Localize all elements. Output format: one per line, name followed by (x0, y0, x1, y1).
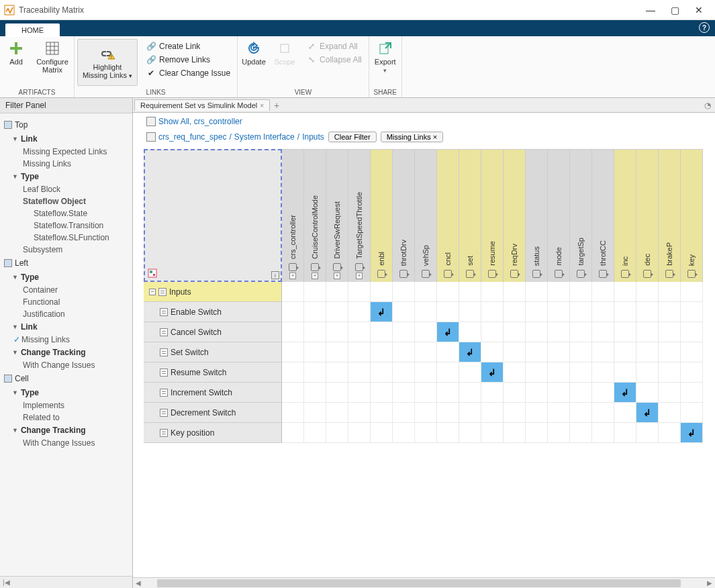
matrix-cell[interactable] (282, 322, 304, 342)
matrix-cell[interactable] (636, 302, 659, 322)
filter-left-change-header[interactable]: Change Tracking (3, 346, 130, 359)
breadcrumb-link[interactable]: Inputs (302, 132, 324, 142)
filter-item[interactable]: Stateflow.SLFunction (3, 232, 130, 244)
add-button[interactable]: Add (3, 39, 30, 67)
filter-top-link-header[interactable]: Link (3, 132, 130, 146)
matrix-cell[interactable] (681, 342, 703, 362)
filter-item[interactable]: Implements (3, 399, 130, 411)
matrix-cell[interactable] (659, 342, 681, 362)
filter-item-checked[interactable]: Missing Links (3, 334, 130, 346)
filter-item[interactable]: With Change Issues (3, 437, 130, 449)
matrix-cell[interactable] (570, 342, 592, 362)
matrix-cell[interactable] (570, 282, 592, 302)
row-header[interactable]: Resume Switch (144, 362, 282, 383)
matrix-cell[interactable] (304, 362, 326, 383)
matrix-cell[interactable] (326, 342, 348, 362)
matrix-cell[interactable] (659, 362, 681, 383)
matrix-cell[interactable] (437, 362, 459, 383)
matrix-cell-linked[interactable]: ↲ (437, 322, 459, 342)
matrix-cell[interactable] (393, 282, 415, 302)
matrix-cell[interactable] (526, 362, 548, 383)
matrix-cell[interactable] (437, 383, 459, 403)
row-header[interactable]: Set Switch (144, 342, 282, 362)
matrix-cell[interactable] (393, 322, 415, 342)
matrix-cell[interactable] (592, 322, 614, 342)
filter-item[interactable]: With Change Issues (3, 359, 130, 371)
matrix-cell[interactable] (282, 282, 304, 302)
matrix-cell[interactable] (326, 383, 348, 403)
matrix-cell[interactable] (437, 403, 459, 423)
matrix-cell[interactable] (282, 342, 304, 362)
filter-left-link-header[interactable]: Link (3, 320, 130, 334)
matrix-cell[interactable] (371, 362, 393, 383)
column-header[interactable]: throtDrv (393, 149, 415, 282)
update-button[interactable]: Update (240, 39, 267, 67)
matrix-cell[interactable] (481, 403, 504, 423)
matrix-cell[interactable] (659, 423, 681, 443)
matrix-cell[interactable] (614, 362, 636, 383)
matrix-cell[interactable] (636, 423, 659, 443)
matrix-cell[interactable] (614, 403, 636, 423)
matrix-cell[interactable] (526, 342, 548, 362)
column-header[interactable]: resume (481, 149, 504, 282)
matrix-cell[interactable] (459, 362, 481, 383)
matrix-cell[interactable] (326, 362, 348, 383)
filter-cell-type-header[interactable]: Type (3, 386, 130, 399)
matrix-cell[interactable] (348, 383, 371, 403)
matrix-cell[interactable] (437, 282, 459, 302)
matrix-cell[interactable] (659, 322, 681, 342)
matrix-cell[interactable] (526, 322, 548, 342)
matrix-cell[interactable] (304, 342, 326, 362)
matrix-cell[interactable] (393, 302, 415, 322)
matrix-cell[interactable] (614, 342, 636, 362)
column-header[interactable]: TargetSpeedThrottle+ (348, 149, 371, 282)
matrix-cell[interactable] (548, 403, 570, 423)
row-header[interactable]: Cancel Switch (144, 322, 282, 342)
matrix-cell[interactable] (481, 282, 504, 302)
filter-item[interactable]: Missing Links (3, 158, 130, 170)
remove-links-button[interactable]: 🔗Remove Links (144, 54, 232, 66)
matrix-cell[interactable] (348, 322, 371, 342)
matrix-cell[interactable] (570, 302, 592, 322)
matrix-cell[interactable] (614, 302, 636, 322)
matrix-cell-linked[interactable]: ↲ (636, 403, 659, 423)
row-header[interactable]: Enable Switch (144, 302, 282, 322)
column-header[interactable]: mode (548, 149, 570, 282)
matrix-cell[interactable] (592, 342, 614, 362)
scope-button[interactable]: Scope (271, 39, 298, 67)
matrix-cell-linked[interactable]: ↲ (371, 302, 393, 322)
filter-section-cell[interactable]: Cell (3, 371, 130, 386)
matrix-cell[interactable] (393, 362, 415, 383)
matrix-cell[interactable] (459, 282, 481, 302)
matrix-cell[interactable] (548, 322, 570, 342)
matrix-cell[interactable] (570, 383, 592, 403)
matrix-cell[interactable] (371, 282, 393, 302)
scroll-right-icon[interactable]: ▶ (704, 579, 715, 587)
matrix-cell[interactable] (304, 282, 326, 302)
column-header[interactable]: reqDrv (504, 149, 526, 282)
matrix-cell[interactable] (348, 302, 371, 322)
matrix-cell-linked[interactable]: ↲ (481, 362, 504, 383)
matrix-cell[interactable] (282, 423, 304, 443)
matrix-cell[interactable] (504, 322, 526, 342)
matrix-cell[interactable] (415, 322, 437, 342)
matrix-cell[interactable] (636, 362, 659, 383)
matrix-cell[interactable] (348, 342, 371, 362)
filter-item[interactable]: Functional (3, 296, 130, 308)
matrix-cell[interactable] (282, 403, 304, 423)
matrix-cell[interactable] (481, 383, 504, 403)
matrix-cell[interactable] (481, 322, 504, 342)
help-button[interactable]: ? (699, 22, 710, 33)
filter-section-left[interactable]: Left (3, 256, 130, 271)
matrix-cell[interactable] (437, 302, 459, 322)
matrix-cell[interactable] (481, 302, 504, 322)
filter-item[interactable]: Stateflow Object (3, 195, 130, 207)
matrix-cell[interactable] (348, 362, 371, 383)
matrix-cell[interactable] (570, 322, 592, 342)
matrix-cell[interactable] (393, 342, 415, 362)
matrix-cell[interactable] (526, 282, 548, 302)
matrix-cell[interactable] (504, 362, 526, 383)
column-header[interactable]: vehSp (415, 149, 437, 282)
matrix-corner[interactable]: i (144, 149, 282, 282)
matrix-cell[interactable] (504, 302, 526, 322)
